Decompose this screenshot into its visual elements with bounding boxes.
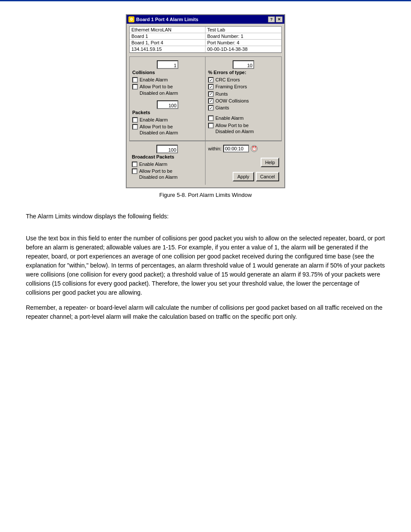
help-button[interactable]: Help [261, 158, 279, 167]
info-board-port: Board 1, Port 4 [130, 40, 206, 46]
runts-label: Runts [215, 91, 228, 97]
oow-label: OOW Collisions [215, 98, 249, 104]
errors-enable-label: Enable Alarm [215, 115, 243, 121]
figure-caption: Figure 5-8. Port Alarm Limits Window [159, 192, 252, 198]
collisions-allow-row: Allow Port to be Disabled on Alarm [132, 84, 202, 96]
errors-allow-checkbox[interactable] [208, 123, 214, 128]
packets-input[interactable]: 100 [157, 100, 178, 109]
app-icon: ⚙ [128, 16, 134, 22]
info-ip: 134.141.59.15 [130, 46, 206, 53]
apply-cancel-row: Apply Cancel [208, 172, 279, 181]
intro-text: The Alarm Limits window displays the fol… [26, 212, 385, 221]
info-board-number: Board Number: 1 [206, 33, 281, 40]
dialog-window: ⚙ Board 1 Port 4 Alarm Limits ? ✕ Ethern… [126, 14, 285, 188]
within-input[interactable]: 00:00:10 [223, 145, 249, 152]
runts-checkbox[interactable]: ✓ [208, 91, 214, 97]
help-titlebar-button[interactable]: ? [268, 16, 275, 22]
collisions-enable-label: Enable Alarm [140, 77, 168, 83]
titlebar-left: ⚙ Board 1 Port 4 Alarm Limits [128, 16, 198, 22]
cancel-button[interactable]: Cancel [256, 172, 279, 181]
apply-button[interactable]: Apply [233, 172, 254, 181]
collisions-enable-checkbox[interactable] [132, 77, 138, 83]
oow-row: ✓ OOW Collisions [208, 98, 279, 104]
top-rule [0, 0, 411, 1]
crc-row: ✓ CRC Errors [208, 77, 279, 83]
errors-enable-checkbox[interactable] [208, 115, 214, 121]
dialog-body: Ethernet MicroLAN Test Lab Board 1 Board… [127, 24, 284, 187]
close-titlebar-button[interactable]: ✕ [276, 16, 283, 22]
collisions-enable-row: Enable Alarm [132, 77, 202, 83]
dialog-titlebar: ⚙ Board 1 Port 4 Alarm Limits ? ✕ [127, 15, 284, 24]
collisions-input[interactable]: 1 [157, 60, 178, 69]
collisions-allow-checkbox[interactable] [132, 84, 138, 90]
dialog-main: 1 Collisions Enable Alarm Allow Port to … [129, 56, 282, 141]
broadcast-panel: 100 Broadcast Packets Enable Alarm Allow… [129, 141, 206, 185]
titlebar-buttons: ? ✕ [268, 16, 283, 22]
errors-allow-row: Allow Port to be Disabled on Alarm [208, 122, 279, 135]
runts-row: ✓ Runts [208, 91, 279, 97]
left-panel: 1 Collisions Enable Alarm Allow Port to … [130, 57, 206, 140]
info-testlab: Test Lab [206, 27, 281, 33]
collisions-label: Collisions [132, 70, 202, 75]
packets-enable-row: Enable Alarm [132, 117, 202, 123]
info-mac: 00-00-1D-14-38-38 [206, 46, 281, 53]
errors-label: % Errors of type: [208, 70, 279, 75]
broadcast-allow-checkbox[interactable] [132, 168, 137, 174]
packets-enable-checkbox[interactable] [132, 117, 138, 123]
broadcast-label: Broadcast Packets [132, 154, 202, 159]
framing-checkbox[interactable]: ✓ [208, 84, 214, 90]
broadcast-enable-label: Enable Alarm [139, 161, 167, 167]
dialog-bottom-row: 100 Broadcast Packets Enable Alarm Allow… [129, 141, 282, 185]
info-ethernet: Ethernet MicroLAN [130, 27, 206, 33]
collisions-allow-label: Allow Port to be Disabled on Alarm [140, 84, 178, 96]
errors-enable-row: Enable Alarm [208, 115, 279, 121]
paragraph2: Remember, a repeater- or board-level ala… [26, 303, 385, 321]
packets-label: Packets [132, 110, 202, 115]
crc-label: CRC Errors [215, 77, 240, 83]
crc-checkbox[interactable]: ✓ [208, 77, 214, 83]
errors-input[interactable]: 10 [233, 60, 254, 69]
broadcast-allow-row: Allow Port to be Disabled on Alarm [132, 168, 202, 180]
broadcast-input[interactable]: 100 [156, 145, 178, 153]
giants-label: Giants [215, 105, 229, 111]
broadcast-allow-label: Allow Port to be Disabled on Alarm [139, 168, 177, 180]
packets-enable-label: Enable Alarm [140, 117, 168, 123]
paragraph1: Use the text box in this field to enter … [26, 234, 385, 297]
info-port-number: Port Number: 4 [206, 40, 281, 46]
dialog-container: ⚙ Board 1 Port 4 Alarm Limits ? ✕ Ethern… [26, 14, 385, 207]
packets-allow-row: Allow Port to be Disabled on Alarm [132, 124, 202, 136]
oow-checkbox[interactable]: ✓ [208, 98, 214, 104]
packets-allow-label: Allow Port to be Disabled on Alarm [140, 124, 178, 136]
packets-allow-checkbox[interactable] [132, 124, 138, 130]
within-row: within: 00:00:10 ⏰ [208, 145, 279, 152]
broadcast-enable-checkbox[interactable] [132, 162, 137, 167]
framing-row: ✓ Framing Errors [208, 84, 279, 90]
info-grid: Ethernet MicroLAN Test Lab Board 1 Board… [129, 26, 282, 53]
right-panel: 10 % Errors of type: ✓ CRC Errors ✓ Fram… [206, 57, 281, 140]
errors-allow-label: Allow Port to be Disabled on Alarm [215, 122, 254, 135]
dialog-title: Board 1 Port 4 Alarm Limits [136, 17, 198, 22]
within-label: within: [208, 146, 221, 151]
framing-label: Framing Errors [215, 84, 247, 90]
giants-row: ✓ Giants [208, 105, 279, 111]
clock-icon[interactable]: ⏰ [251, 145, 258, 152]
giants-checkbox[interactable]: ✓ [208, 105, 214, 111]
bottom-right-panel: within: 00:00:10 ⏰ Help Apply Cancel [206, 141, 282, 185]
broadcast-enable-row: Enable Alarm [132, 161, 202, 167]
info-board1: Board 1 [130, 33, 206, 40]
